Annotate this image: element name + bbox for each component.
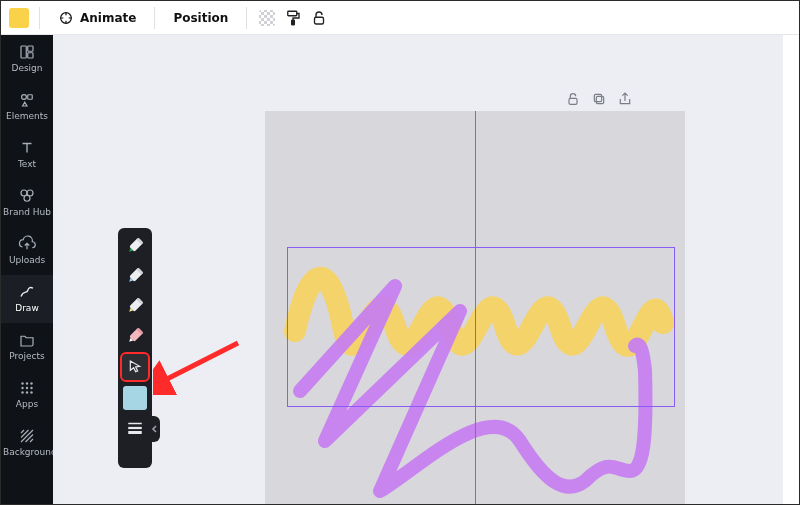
svg-rect-26	[596, 96, 603, 103]
divider	[154, 7, 155, 29]
canvas-ops	[565, 91, 633, 111]
draw-tool-panel	[118, 228, 152, 468]
sidebar-label: Design	[11, 64, 42, 73]
sidebar-label: Uploads	[9, 256, 45, 265]
selection-bounds[interactable]	[287, 247, 675, 407]
svg-point-18	[30, 382, 32, 384]
pen-marker[interactable]	[123, 234, 147, 258]
animate-icon	[58, 10, 74, 26]
right-strip	[783, 35, 799, 504]
sidebar-item-design[interactable]: Design	[1, 35, 53, 83]
sidebar-label: Brand Hub	[3, 208, 51, 217]
sidebar-item-text[interactable]: Text	[1, 131, 53, 179]
sidebar-label: Background	[3, 448, 51, 457]
sidebar-item-brandhub[interactable]: Brand Hub	[1, 179, 53, 227]
pen-eraser[interactable]	[123, 324, 147, 348]
color-swatch[interactable]	[9, 8, 29, 28]
cursor-tool[interactable]	[122, 354, 148, 380]
instruction-arrow	[153, 335, 243, 395]
divider	[246, 7, 247, 29]
pen-fine[interactable]	[123, 294, 147, 318]
animate-label: Animate	[80, 11, 136, 25]
divider	[39, 7, 40, 29]
design-canvas[interactable]	[265, 111, 685, 504]
svg-rect-5	[288, 11, 297, 16]
svg-point-17	[26, 382, 28, 384]
svg-point-21	[30, 387, 32, 389]
svg-rect-25	[569, 98, 577, 104]
animate-button[interactable]: Animate	[50, 4, 144, 32]
sidebar-label: Projects	[9, 352, 44, 361]
svg-point-16	[21, 382, 23, 384]
left-sidebar: Design Elements Text Brand Hub Uploads D…	[1, 35, 53, 504]
sidebar-label: Draw	[15, 304, 39, 313]
sidebar-item-projects[interactable]: Projects	[1, 323, 53, 371]
svg-rect-10	[28, 53, 33, 58]
position-label: Position	[173, 11, 228, 25]
lock-icon[interactable]	[309, 8, 329, 28]
panel-expander[interactable]	[150, 416, 160, 442]
sidebar-item-uploads[interactable]: Uploads	[1, 227, 53, 275]
svg-rect-8	[21, 46, 26, 58]
stage	[53, 35, 783, 504]
svg-point-24	[30, 391, 32, 393]
lock-icon[interactable]	[565, 91, 581, 111]
duplicate-icon[interactable]	[591, 91, 607, 111]
share-icon[interactable]	[617, 91, 633, 111]
sidebar-label: Elements	[6, 112, 48, 121]
svg-point-15	[24, 195, 30, 201]
svg-rect-4	[259, 10, 275, 26]
sidebar-label: Text	[18, 160, 36, 169]
sidebar-item-draw[interactable]: Draw	[1, 275, 53, 323]
sidebar-item-apps[interactable]: Apps	[1, 371, 53, 419]
svg-point-11	[22, 95, 27, 100]
svg-point-20	[26, 387, 28, 389]
svg-rect-6	[292, 20, 295, 25]
paint-roller-icon[interactable]	[283, 8, 303, 28]
svg-point-23	[26, 391, 28, 393]
svg-rect-27	[594, 94, 601, 101]
svg-rect-12	[28, 95, 33, 100]
sidebar-item-background[interactable]: Background	[1, 419, 53, 467]
sidebar-label: Apps	[16, 400, 38, 409]
stroke-settings-icon[interactable]	[123, 416, 147, 440]
svg-point-22	[21, 391, 23, 393]
top-toolbar: Animate Position	[1, 1, 799, 35]
color-chip[interactable]	[123, 386, 147, 410]
sidebar-item-elements[interactable]: Elements	[1, 83, 53, 131]
pen-highlighter[interactable]	[123, 264, 147, 288]
svg-rect-9	[28, 46, 33, 51]
transparency-icon[interactable]	[257, 8, 277, 28]
svg-point-19	[21, 387, 23, 389]
svg-rect-7	[315, 17, 324, 24]
position-button[interactable]: Position	[165, 4, 236, 32]
